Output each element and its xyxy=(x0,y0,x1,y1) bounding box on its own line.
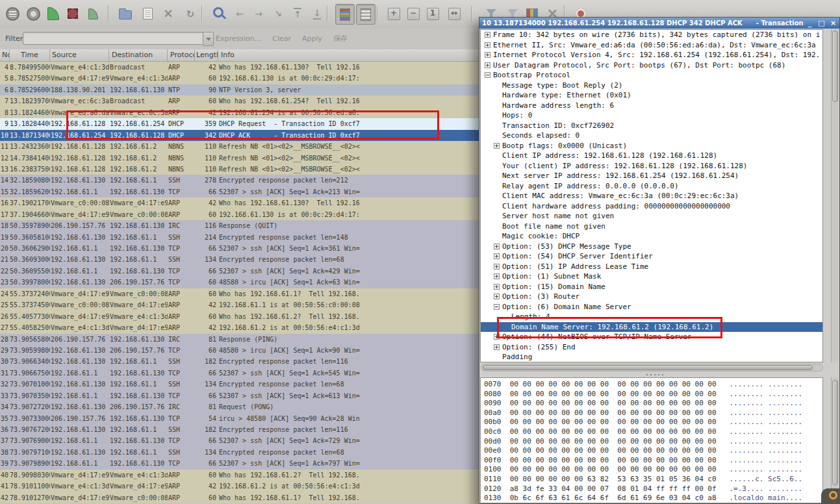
hex-row[interactable]: 00d0 00 00 00 00 00 00 00 00 00 00 00 00… xyxy=(484,437,822,447)
packet-row[interactable]: 3273.907010000192.168.61.130192.168.61.1… xyxy=(0,379,481,390)
tree-expander-collapsed[interactable] xyxy=(494,264,500,270)
tree-expander-collapsed[interactable] xyxy=(494,143,500,149)
expression-button[interactable]: Expression... xyxy=(216,34,261,43)
packet-row[interactable]: 3673.907672000192.168.61.130192.168.61.1… xyxy=(0,424,481,435)
tree-expander-expanded[interactable] xyxy=(485,72,490,78)
apply-button[interactable]: Apply xyxy=(302,34,322,43)
packet-row[interactable]: 3473.907272000192.168.61.130206.190.157.… xyxy=(0,401,481,412)
packet-row[interactable]: 913.182844000192.168.61.128192.168.61.25… xyxy=(0,118,481,129)
tree-item[interactable]: Bootp flags: 0x0000 (Unicast) xyxy=(481,141,822,151)
save-button[interactable]: 保存 xyxy=(333,34,348,44)
packet-row[interactable]: 3573.907330000206.190.157.76192.168.61.1… xyxy=(0,413,481,424)
tree-item[interactable]: Client IP address: 192.168.61.128 (192.1… xyxy=(481,151,822,161)
packet-row[interactable]: 4078.909803000Vmware_d4:17:e9Vmware_e4:c… xyxy=(0,470,481,481)
packet-row[interactable]: 3073.906634000192.168.61.130192.168.61.1… xyxy=(0,356,481,367)
hex-row[interactable]: 00f0 00 00 00 00 00 00 00 00 00 00 00 00… xyxy=(484,456,822,466)
tree-item[interactable]: Next server IP address: 192.168.61.254 (… xyxy=(481,171,822,181)
find-button[interactable] xyxy=(210,4,229,23)
packet-row[interactable]: 2150.360930000192.168.61.130192.168.61.1… xyxy=(0,254,481,265)
go-to-packet-button[interactable] xyxy=(269,4,287,23)
tree-item[interactable]: Length: 4 xyxy=(481,312,822,322)
close-button[interactable]: × xyxy=(830,18,837,28)
go-bottom-button[interactable] xyxy=(308,4,326,23)
auto-scroll-button[interactable] xyxy=(356,4,375,25)
capture-options-button[interactable] xyxy=(24,4,42,23)
packet-row[interactable]: 3973.907989000192.168.61.1192.168.61.130… xyxy=(0,458,481,469)
hex-row[interactable]: 00e0 00 00 00 00 00 00 00 00 00 00 00 00… xyxy=(484,446,822,456)
packet-row[interactable]: 2655.405773000Vmware_d4:17:e9Vmware_e4:c… xyxy=(0,311,481,322)
detail-window-titlebar[interactable]: 10 13.187134000 192.168.61.254 192.168.6… xyxy=(479,18,839,29)
save-as-button[interactable] xyxy=(138,4,157,23)
capture-stop-button[interactable] xyxy=(64,4,82,23)
packet-row[interactable]: 1532.185962000192.168.61.1192.168.61.130… xyxy=(0,186,481,197)
tree-item[interactable]: Seconds elapsed: 0 xyxy=(481,131,822,141)
go-top-button[interactable] xyxy=(288,4,307,23)
packet-row[interactable]: 3873.907971000192.168.61.130192.168.61.1… xyxy=(0,447,481,458)
packet-row[interactable]: 1013.187134000192.168.61.254192.168.61.1… xyxy=(0,130,481,141)
tree-item[interactable]: Relay agent IP address: 0.0.0.0 (0.0.0.0… xyxy=(481,181,822,192)
zoom-100-button[interactable] xyxy=(424,4,442,23)
hex-vscrollbar-thumb[interactable] xyxy=(832,380,838,485)
filter-dropdown-button[interactable] xyxy=(203,32,214,46)
packet-row[interactable]: 1637.190217000Vmware_c0:00:08Vmware_d4:1… xyxy=(0,197,481,208)
tree-item[interactable]: Internet Protocol Version 4, Src: 192.16… xyxy=(481,50,822,60)
packet-row[interactable]: 1432.185908000192.168.61.130192.168.61.1… xyxy=(0,175,481,186)
tree-item[interactable]: Option: (51) IP Address Lease Time xyxy=(481,262,822,272)
tree-hscrollbar-thumb[interactable] xyxy=(483,365,813,370)
tree-item[interactable]: Message type: Boot Reply (2) xyxy=(481,81,822,91)
packet-row[interactable]: 1316.238375000192.168.61.128192.168.61.2… xyxy=(0,164,481,175)
packet-row[interactable]: 3373.907035000192.168.61.1192.168.61.130… xyxy=(0,390,481,401)
tree-item[interactable]: Option: (44) NetBIOS over TCP/IP Name Se… xyxy=(481,332,822,342)
tree-item[interactable]: Option: (6) Domain Name Server xyxy=(481,302,822,312)
tree-expander-collapsed[interactable] xyxy=(485,52,490,58)
tree-expander-collapsed[interactable] xyxy=(494,253,500,259)
packet-row[interactable]: 813.182446000Vmware_ed:a6:daVmware_ec:6c… xyxy=(0,107,481,118)
packet-row[interactable]: 1950.360581000192.168.61.130192.168.61.1… xyxy=(0,232,481,243)
packet-row[interactable]: 2050.360629000192.168.61.1192.168.61.130… xyxy=(0,243,481,254)
hex-row[interactable]: 00a0 00 00 00 00 00 00 00 00 00 00 00 00… xyxy=(484,409,822,418)
hex-vscrollbar[interactable] xyxy=(831,377,839,503)
packet-row[interactable]: 58.785275000Vmware_d4:17:e9Vmware_e4:c1:… xyxy=(0,73,481,84)
tree-item[interactable]: Frame 10: 342 bytes on wire (2736 bits),… xyxy=(481,30,822,40)
close-button[interactable] xyxy=(159,4,177,23)
hex-row[interactable]: 00b0 00 00 00 00 00 00 00 00 00 00 00 00… xyxy=(484,418,822,427)
zoom-out-button[interactable] xyxy=(404,4,422,23)
hex-row[interactable]: 0070 00 00 00 00 00 00 00 00 00 00 00 00… xyxy=(484,380,822,390)
tree-item[interactable]: Option: (15) Domain Name xyxy=(481,282,822,292)
tree-item[interactable]: Server host name not given xyxy=(481,211,822,221)
packet-row[interactable]: 48.784995000Vmware_e4:c1:3dBroadcastARP4… xyxy=(0,62,481,73)
tree-expander-collapsed[interactable] xyxy=(485,32,490,38)
hex-row[interactable]: 0090 00 00 00 00 00 00 00 00 00 00 00 00… xyxy=(484,399,822,409)
tree-expander-collapsed[interactable] xyxy=(485,42,490,48)
tree-item[interactable]: Hops: 0 xyxy=(481,110,822,121)
hex-row[interactable]: 00c0 00 00 00 00 00 00 00 00 00 00 00 00… xyxy=(484,427,822,437)
maximize-button[interactable]: □ xyxy=(818,18,825,28)
interfaces-button[interactable] xyxy=(3,4,21,23)
tree-expander-expanded[interactable] xyxy=(494,304,500,310)
column-header-info[interactable]: Info xyxy=(218,49,481,62)
column-header-time[interactable]: Time xyxy=(10,49,50,62)
tree-item[interactable]: Option: (54) DHCP Server Identifier xyxy=(481,251,822,262)
tree-item[interactable]: Hardware address length: 6 xyxy=(481,101,822,111)
column-header-protocol[interactable]: Protocol xyxy=(168,49,195,62)
packet-row[interactable]: 2250.360955000192.168.61.1192.168.61.130… xyxy=(0,266,481,277)
tree-item[interactable]: Option: (1) Subnet Mask xyxy=(481,271,822,282)
tree-vscrollbar-thumb[interactable] xyxy=(832,31,838,102)
capture-start-button[interactable] xyxy=(44,4,62,23)
reload-button[interactable] xyxy=(181,4,199,23)
tree-expander-collapsed[interactable] xyxy=(494,244,500,249)
zoom-in-button[interactable] xyxy=(385,4,403,23)
hex-row[interactable]: 0110 00 00 00 00 00 00 63 82 53 63 35 01… xyxy=(484,475,822,485)
packet-row[interactable]: 1113.243236000192.168.61.128192.168.61.2… xyxy=(0,141,481,152)
tree-item[interactable]: Option: (255) End xyxy=(481,342,822,353)
tree-item[interactable]: Option: (3) Router xyxy=(481,292,822,302)
capture-restart-button[interactable] xyxy=(84,4,102,23)
filter-input[interactable] xyxy=(23,32,205,45)
go-forward-button[interactable] xyxy=(249,4,268,23)
tree-item[interactable]: Ethernet II, Src: Vmware_ed:a6:da (00:50… xyxy=(481,40,822,51)
column-header-no[interactable]: No. xyxy=(0,49,10,62)
tree-item[interactable]: Option: (53) DHCP Message Type xyxy=(481,242,822,252)
open-button[interactable] xyxy=(116,4,134,23)
tree-item[interactable]: User Datagram Protocol, Src Port: bootps… xyxy=(481,60,822,71)
tree-item[interactable]: Padding xyxy=(481,352,822,362)
